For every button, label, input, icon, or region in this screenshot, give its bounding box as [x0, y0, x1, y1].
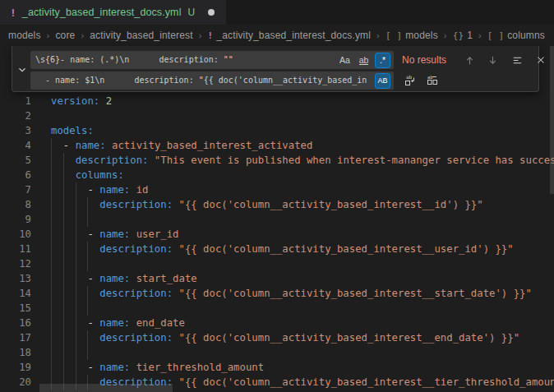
indent-guide — [76, 360, 76, 375]
arrow-down-icon — [487, 54, 499, 67]
indent-guide — [87, 212, 88, 227]
breadcrumb-separator-icon: › — [47, 30, 50, 40]
match-case-toggle[interactable]: Aa — [337, 53, 353, 68]
line-number: 18 — [0, 345, 31, 360]
toggle-replace-chevron[interactable] — [15, 62, 30, 77]
code-line[interactable]: 13 - name: start_date — [0, 271, 554, 286]
indent-guide — [76, 286, 76, 301]
code-line[interactable]: 4 - name: activity_based_interest_activa… — [0, 138, 554, 153]
code-line[interactable]: 5 description: "This event is published … — [0, 153, 554, 168]
preserve-case-toggle[interactable]: AB — [375, 73, 390, 89]
breadcrumb-separator-icon: › — [444, 30, 447, 40]
line-number: 13 — [0, 271, 31, 286]
breadcrumb: models›core›activity_based_interest›!_ac… — [0, 25, 554, 46]
previous-match-button[interactable] — [461, 52, 478, 68]
code-line[interactable]: 11 description: "{{ doc('column__activit… — [0, 242, 554, 256]
breadcrumb-item[interactable]: activity_based_interest — [90, 30, 193, 41]
breadcrumb-item[interactable]: models — [8, 30, 41, 41]
chevron-down-icon — [16, 64, 28, 76]
indent-guide — [76, 227, 76, 242]
whole-word-toggle[interactable]: ab — [356, 53, 372, 68]
find-in-selection-button[interactable] — [509, 52, 525, 68]
code-line[interactable]: 9 — [0, 212, 554, 227]
code-line[interactable]: 10 - name: user_id — [0, 227, 554, 242]
breadcrumb-item[interactable]: [ ]columns — [487, 30, 545, 41]
indent-guide — [51, 256, 52, 271]
code-line-text: - name: end_date — [51, 316, 185, 330]
code-line[interactable]: 6 columns: — [0, 168, 554, 182]
replace-input[interactable]: - name: $1\n description: "{{ doc('colum… — [30, 71, 394, 90]
indent-guide — [87, 345, 88, 360]
breadcrumb-label: _activity_based_interest_docs.yml — [216, 30, 371, 41]
line-number: 15 — [0, 301, 31, 316]
breadcrumb-item[interactable]: core — [55, 30, 75, 41]
horizontal-scrollbar[interactable] — [39, 384, 173, 392]
replace-all-button[interactable]: ab — [424, 72, 441, 89]
breadcrumb-label: columns — [507, 30, 545, 41]
code-line[interactable]: 19 - name: tier_threshold_amount — [0, 360, 554, 375]
code-line[interactable]: 16 - name: end_date — [0, 316, 554, 330]
replace-icon: ab — [404, 74, 417, 87]
code-line-text: - name: start_date — [51, 271, 197, 286]
indent-guide — [76, 330, 76, 345]
close-find-button[interactable] — [533, 52, 549, 68]
indent-guide — [63, 153, 64, 168]
breadcrumb-item[interactable]: [ ]models — [385, 30, 438, 41]
indent-guide — [63, 197, 64, 212]
code-area[interactable]: 1version: 223models:4 - name: activity_b… — [0, 94, 554, 390]
line-number: 6 — [0, 168, 31, 182]
indent-guide — [51, 242, 52, 256]
code-line[interactable]: 1version: 2 — [0, 94, 554, 108]
code-line[interactable]: 15 — [0, 301, 554, 316]
code-line[interactable]: 14 description: "{{ doc('column__activit… — [0, 286, 554, 301]
editor-pane[interactable]: 1version: 223models:4 - name: activity_b… — [0, 46, 554, 392]
indent-guide — [76, 212, 76, 227]
breadcrumb-label: core — [55, 30, 75, 41]
code-line-text: description: "{{ doc('column__activity_b… — [51, 197, 483, 212]
breadcrumb-separator-icon: › — [81, 30, 84, 40]
yaml-file-icon: ! — [10, 7, 16, 19]
code-line[interactable]: 17 description: "{{ doc('column__activit… — [0, 330, 554, 345]
indent-guide — [51, 286, 52, 301]
modified-dot-icon[interactable] — [208, 9, 215, 16]
vertical-scrollbar[interactable] — [550, 46, 554, 194]
line-number: 11 — [0, 242, 31, 256]
regex-toggle[interactable]: .* — [375, 53, 390, 68]
replace-button[interactable]: ab — [402, 72, 418, 89]
indent-guide — [51, 345, 52, 360]
find-status-text: No results — [402, 54, 446, 66]
svg-text:ab: ab — [406, 74, 413, 80]
yaml-file-icon: ! — [208, 30, 214, 41]
indent-guide — [76, 256, 76, 271]
breadcrumb-item[interactable]: !_activity_based_interest_docs.yml — [208, 30, 372, 41]
line-number: 17 — [0, 330, 31, 345]
code-line[interactable]: 3models: — [0, 123, 554, 138]
breadcrumb-label: models — [405, 30, 438, 41]
indent-guide — [87, 301, 88, 316]
breadcrumb-item[interactable]: {}1 — [453, 30, 473, 41]
indent-guide — [87, 286, 88, 301]
indent-guide — [51, 168, 52, 182]
next-match-button[interactable] — [484, 52, 501, 68]
line-number: 7 — [0, 182, 31, 197]
indent-guide — [63, 330, 64, 345]
line-number: 19 — [0, 360, 31, 375]
code-line[interactable]: 8 description: "{{ doc('column__activity… — [0, 197, 554, 212]
code-line[interactable]: 2 — [0, 108, 554, 123]
code-line[interactable]: 12 — [0, 256, 554, 271]
indent-guide — [76, 182, 76, 197]
find-input[interactable]: \s{6}- name: (.*)\n description: "" Aa a… — [30, 51, 394, 69]
indent-guide — [51, 360, 52, 375]
svg-text:ab: ab — [427, 75, 433, 80]
code-line-text: - name: user_id — [51, 227, 179, 242]
tab-activity-based-interest-docs[interactable]: ! _activity_based_interest_docs.yml U — [0, 0, 226, 25]
indent-guide — [87, 197, 88, 212]
code-line[interactable]: 18 — [0, 345, 554, 360]
indent-guide — [63, 271, 64, 286]
code-line[interactable]: 7 - name: id — [0, 182, 554, 197]
tab-bar: ! _activity_based_interest_docs.yml U — [0, 0, 554, 25]
indent-guide — [51, 153, 52, 168]
line-number: 16 — [0, 316, 31, 330]
git-status-badge: U — [188, 7, 196, 18]
symbol-object-icon: {} — [453, 30, 464, 41]
